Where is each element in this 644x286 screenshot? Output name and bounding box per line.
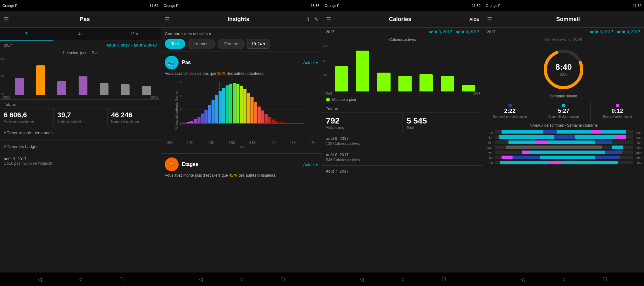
svg-rect-31 [261, 111, 264, 124]
bell-x-15k: 15K [310, 141, 316, 145]
badges-link[interactable]: Afficher les badges [0, 140, 161, 153]
home-button-3[interactable]: ○ [401, 276, 405, 283]
status-time-4: 11:59 [633, 4, 641, 8]
svg-rect-24 [236, 84, 240, 124]
cal-day-3-date: août 7, 2017 [326, 169, 479, 173]
pas-stat-moy: 6 606,6 Moyenne quotidienne [0, 108, 54, 126]
filter-tout[interactable]: Tout [165, 39, 185, 49]
sleep-seg-dim-2 [536, 140, 547, 144]
sleep-dot-eveille [616, 104, 619, 107]
insight-etages-actuel[interactable]: Actuel ▾ [303, 162, 318, 167]
legend-label-marche: Marche à pied [332, 97, 356, 102]
legend-dot-marche [326, 98, 330, 102]
hamburger-menu-pas[interactable]: ☰ [4, 16, 9, 23]
back-button-2[interactable]: ◁ [198, 276, 203, 283]
calories-bar-chart [322, 42, 483, 92]
calories-totaux-title: Totaux [322, 104, 483, 113]
bar-fill-1 [15, 78, 24, 95]
bar-fill-5 [100, 83, 108, 95]
svg-rect-19 [219, 91, 222, 124]
svg-text:2: 2 [180, 108, 182, 112]
status-segment-1: Orange F 11:59 [0, 0, 161, 11]
svg-rect-34 [272, 119, 275, 124]
bell-x-axis-label-pas: Pas [165, 145, 318, 150]
tab-7j[interactable]: 7j [0, 28, 53, 41]
svg-rect-14 [201, 114, 204, 124]
edit-icon[interactable]: ✎ [314, 16, 318, 22]
cal-bar-4 [398, 76, 412, 91]
sleep-seg-sam-2 [612, 146, 623, 149]
bar-fill-4 [79, 76, 87, 95]
calories-legend-row: Marche à pied [322, 96, 483, 104]
records-link[interactable]: Afficher records personnels [0, 126, 161, 140]
cal-stat-total: 5 545 Total [403, 113, 483, 133]
pas-totaux-title: Totaux [0, 99, 161, 108]
filter-femme[interactable]: Femme [218, 39, 245, 49]
cal-stats-row: 792 Actives moy. 5 545 Total [322, 113, 483, 133]
cal-bar-7 [462, 85, 475, 91]
bar-2 [36, 65, 45, 95]
insight-pas-left: 👟 Pas [165, 56, 191, 69]
sleep-right-label-jeu: jeu [634, 161, 641, 164]
sleep-stat-eveille-value: 0:12 [593, 108, 641, 114]
sleep-seg-ven-1 [522, 151, 529, 154]
info-icon[interactable]: ℹ [307, 16, 309, 22]
svg-rect-16 [208, 105, 211, 124]
insights-header-icons: ℹ ✎ [307, 16, 318, 22]
sleep-seg-lun-2 [554, 135, 575, 139]
status-carrier-3: Orange F [325, 4, 339, 8]
svg-rect-11 [190, 121, 193, 124]
etages-icon: 🏃 [165, 157, 179, 171]
pas-stat-dist-value: 39,7 [58, 111, 103, 119]
sleep-left-labels: mar lun dim sam ven jeu mer [486, 130, 493, 164]
sleep-seg-mar-3 [557, 130, 591, 134]
panel-sommeil: 2017 août 3, 2017 - août 9, 2017 Dernièr… [483, 28, 644, 272]
svg-rect-22 [229, 84, 232, 124]
back-button-4[interactable]: ◁ [521, 276, 525, 283]
aide-button[interactable]: AIDE [469, 17, 479, 22]
pas-stat-dist: 39,7 Distance totale (km) [54, 108, 108, 126]
svg-rect-15 [204, 110, 208, 124]
bar-1 [15, 78, 24, 95]
header-title-pas: Pas [13, 16, 157, 23]
age-dropdown-value: 18-24 [251, 41, 262, 46]
status-carrier-2: Orange F [164, 4, 178, 8]
sleep-time-overlay: 8:40 8:00 [555, 62, 572, 77]
insight-pas-actuel[interactable]: Actuel ▾ [303, 60, 318, 65]
back-button-3[interactable]: ◁ [359, 276, 364, 283]
home-button-1[interactable]: ○ [79, 276, 83, 283]
sleep-bar-mer [495, 161, 633, 164]
hamburger-menu-insights[interactable]: ☰ [165, 16, 170, 23]
sleep-circle-container: 8:40 8:00 [483, 42, 644, 94]
pas-today-date: août 9, 2017 [4, 157, 157, 161]
recent-button-4[interactable]: □ [603, 276, 607, 283]
sleep-seg-lun-1 [499, 135, 554, 139]
home-button-4[interactable]: ○ [563, 276, 566, 283]
svg-rect-25 [240, 86, 243, 124]
cal-stat-total-label: Total [407, 126, 479, 129]
home-button-2[interactable]: ○ [240, 276, 244, 283]
age-dropdown[interactable]: 18-24 ▾ [247, 39, 269, 49]
pas-stat-moy-value: 6 606,6 [4, 111, 50, 119]
sleep-seg-lun-3 [575, 135, 616, 139]
nav-segment-2: ◁ ○ □ [161, 272, 322, 286]
recent-button-2[interactable]: □ [281, 276, 285, 283]
bar-fill-7 [142, 86, 151, 95]
sleep-right-label-mer: mer [634, 131, 641, 134]
hamburger-menu-calories[interactable]: ☰ [326, 16, 331, 23]
tab-12m[interactable]: 12m [107, 28, 161, 41]
hamburger-menu-sommeil[interactable]: ☰ [487, 16, 492, 23]
sleep-dot-profond [508, 104, 512, 107]
main-content: 7j 4s 12m 2017 août 3, 2017 - août 9, 20… [0, 28, 644, 272]
svg-rect-28 [251, 97, 254, 124]
pas-chart-wrapper: 12K 8K 4K [0, 55, 161, 96]
back-button-1[interactable]: ◁ [37, 276, 42, 283]
svg-rect-17 [212, 100, 215, 124]
recent-button-1[interactable]: □ [120, 276, 124, 283]
tab-4s[interactable]: 4s [53, 28, 107, 41]
bar-4 [79, 76, 87, 95]
filter-homme[interactable]: Homme [188, 39, 215, 49]
cal-day-1: août 9, 2017 128 Calories actives [322, 133, 483, 149]
cal-day-1-date: août 9, 2017 [326, 136, 479, 141]
recent-button-3[interactable]: □ [442, 276, 446, 283]
